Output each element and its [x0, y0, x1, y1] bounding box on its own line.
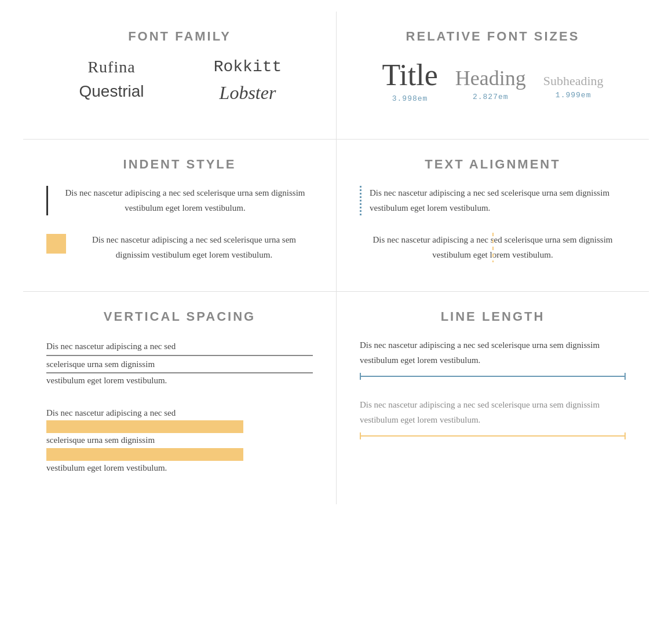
font-family-title: FONT FAMiLy [46, 29, 313, 44]
font-size-subheading-item: Subheading 1.999em [543, 74, 604, 100]
fs-heading-label: 2.827em [473, 93, 509, 101]
ll-sample-2-text-block: Dis nec nascetur adipiscing a nec sed sc… [360, 398, 626, 427]
fs-heading-text: Heading [455, 66, 526, 90]
ll-bar-orange [360, 435, 626, 437]
indent-style-section: INDENT STYLE Dis nec nascetur adipiscing… [23, 139, 336, 291]
font-sizes-display: Title 3.998em Heading 2.827em Subheading… [360, 58, 626, 103]
vs-hl-line-1: Dis nec nascetur adipiscing a nec sed [46, 408, 176, 417]
fs-title-text: Title [382, 58, 437, 92]
align-sample-left: Dis nec nascetur adipiscing a nec sed sc… [360, 186, 626, 215]
vertical-spacing-title: VERTICAL SPACING [46, 309, 313, 324]
ll-bar-blue [360, 376, 626, 377]
font-family-section: FONT FAMiLy Rufina Rokkitt Questrial Lob… [23, 12, 336, 139]
fs-title-label: 3.998em [392, 94, 428, 103]
page-container: FONT FAMiLy Rufina Rokkitt Questrial Lob… [0, 0, 672, 516]
font-size-title-item: Title 3.998em [382, 58, 437, 103]
ll-sample-1-text: Dis nec nascetur adipiscing a nec sed sc… [360, 340, 600, 365]
ll-bar-orange-container [360, 432, 626, 440]
font-questrial-label: Questrial [46, 82, 177, 104]
text-alignment-section: TEXT ALIGNMENT Dis nec nascetur adipisci… [336, 139, 649, 291]
vs-line-3: vestibulum eget lorem vestibulum. [46, 376, 167, 385]
indent-sample-2-text: Dis nec nascetur adipiscing a nec sed sc… [92, 235, 296, 259]
vs-highlight-1 [46, 420, 243, 433]
ll-sample-1-text-block: Dis nec nascetur adipiscing a nec sed sc… [360, 338, 626, 368]
align-left-text: Dis nec nascetur adipiscing a nec sed sc… [370, 188, 609, 212]
align-sample-center: Dis nec nascetur adipiscing a nec sed sc… [360, 233, 626, 262]
indent-sample-box: Dis nec nascetur adipiscing a nec sed sc… [46, 233, 313, 262]
line-length-title: LINE LENGTH [360, 309, 626, 324]
vertical-spacing-section: VERTICAL SPACING Dis nec nascetur adipis… [23, 291, 336, 504]
indent-color-box [46, 234, 66, 254]
vs-highlight-2 [46, 448, 243, 461]
indent-style-title: INDENT STYLE [46, 157, 313, 172]
fs-subheading-label: 1.999em [556, 91, 591, 100]
font-size-heading-item: Heading 2.827em [455, 66, 526, 101]
fs-subheading-text: Subheading [543, 74, 604, 89]
font-sizes-title: RELATIVE FONT SIZES [360, 29, 626, 44]
font-lobster-label: Lobster [182, 82, 313, 104]
ll-sample-2-text: Dis nec nascetur adipiscing a nec sed sc… [360, 400, 600, 424]
vs-line-1: Dis nec nascetur adipiscing a nec sed [46, 338, 313, 356]
indent-sample-1-text: Dis nec nascetur adipiscing a nec sed sc… [65, 188, 305, 212]
vs-hl-line-3: vestibulum eget lorem vestibulum. [46, 463, 167, 472]
vs-sample-underline: Dis nec nascetur adipiscing a nec sed sc… [46, 338, 313, 388]
text-alignment-title: TEXT ALIGNMENT [360, 157, 626, 172]
relative-font-sizes-section: RELATIVE FONT SIZES Title 3.998em Headin… [336, 12, 649, 139]
ll-bar-blue-container [360, 372, 626, 380]
vs-line-2: scelerisque urna sem dignissim [46, 356, 313, 374]
center-line-indicator [492, 233, 494, 262]
font-grid: Rufina Rokkitt Questrial Lobster [46, 58, 313, 104]
vs-hl-line-2: scelerisque urna sem dignissim [46, 435, 155, 445]
vs-sample-highlight: Dis nec nascetur adipiscing a nec sed sc… [46, 406, 313, 476]
line-length-section: LINE LENGTH Dis nec nascetur adipiscing … [336, 291, 649, 504]
font-rufina-label: Rufina [46, 58, 177, 76]
font-rokkitt-label: Rokkitt [182, 58, 313, 76]
indent-sample-left-border: Dis nec nascetur adipiscing a nec sed sc… [46, 186, 313, 215]
